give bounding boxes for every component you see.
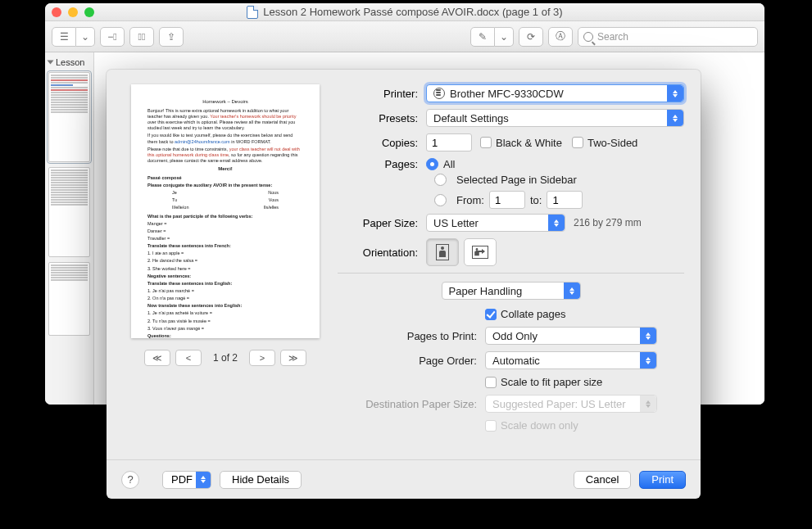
print-button[interactable]: Print xyxy=(639,471,686,489)
paper-size-label: Paper Size: xyxy=(338,217,426,229)
preview-next-button[interactable]: > xyxy=(249,350,275,366)
thumbnail-sidebar: Lesson xyxy=(45,52,94,405)
options-section-select[interactable]: Paper Handling xyxy=(442,282,581,300)
highlight-dropdown[interactable]: ⌄ xyxy=(495,27,514,47)
print-dialog: Homework – Devoirs Bonjour! This is some… xyxy=(107,70,701,499)
collate-label: Collate pages xyxy=(501,308,566,320)
bw-label: Black & White xyxy=(496,137,562,149)
chevron-updown-icon xyxy=(667,85,683,102)
paper-dimensions: 216 by 279 mm xyxy=(574,217,642,228)
page-thumbnail-3[interactable] xyxy=(48,262,90,336)
window-toolbar: ☰ ⌄ −⃝ ＋⃝ ⇪ ✎ ⌄ ⟳ Ⓐ Search xyxy=(45,21,764,52)
pages-label: Pages: xyxy=(338,158,426,170)
scale-fit-checkbox[interactable] xyxy=(485,377,497,388)
pages-all-radio[interactable] xyxy=(426,158,438,170)
print-options-form: Printer: Brother MFC-9330CDW Presets: De… xyxy=(338,84,684,459)
chevron-updown-icon xyxy=(640,396,656,412)
page-order-label: Page Order: xyxy=(338,355,485,367)
annotate-button[interactable]: Ⓐ xyxy=(548,27,573,47)
twosided-checkbox[interactable] xyxy=(572,137,583,148)
orientation-portrait-button[interactable] xyxy=(426,238,459,266)
window-title: Lesson 2 Homework Passé composé AVOIR.do… xyxy=(247,6,562,19)
print-dialog-footer: ? PDF Hide Details Cancel Print xyxy=(107,459,701,499)
preview-first-button[interactable]: ≪ xyxy=(144,350,170,366)
search-field[interactable]: Search xyxy=(578,27,758,47)
pages-to-label: to: xyxy=(530,194,542,206)
scale-fit-label: Scale to fit paper size xyxy=(501,376,602,388)
nearby-printer-icon xyxy=(433,88,445,99)
pages-to-print-label: Pages to Print: xyxy=(338,330,485,342)
paper-size-value: US Letter xyxy=(433,217,479,229)
rotate-button[interactable]: ⟳ xyxy=(519,27,543,47)
printer-label: Printer: xyxy=(338,88,426,100)
chevron-updown-icon xyxy=(564,283,580,299)
highlight-button[interactable]: ✎ xyxy=(470,27,495,47)
page-thumbnail-2[interactable] xyxy=(48,167,90,257)
section-divider xyxy=(338,273,684,274)
pages-to-print-value: Odd Only xyxy=(492,330,538,342)
preview-page-indicator: 1 of 2 xyxy=(206,352,244,364)
close-window-button[interactable] xyxy=(52,7,61,17)
sidebar-view-dropdown[interactable]: ⌄ xyxy=(76,27,95,47)
search-placeholder: Search xyxy=(597,31,628,43)
presets-value: Default Settings xyxy=(433,112,509,124)
chevron-updown-icon xyxy=(640,352,656,368)
printer-select[interactable]: Brother MFC-9330CDW xyxy=(426,84,684,102)
chevron-down-icon xyxy=(196,472,211,488)
hide-details-button[interactable]: Hide Details xyxy=(220,471,302,489)
cancel-button[interactable]: Cancel xyxy=(574,471,631,489)
printer-value: Brother MFC-9330CDW xyxy=(450,88,564,100)
bw-checkbox[interactable] xyxy=(480,137,492,148)
print-preview-page: Homework – Devoirs Bonjour! This is some… xyxy=(131,84,320,338)
document-icon xyxy=(247,6,258,19)
help-button[interactable]: ? xyxy=(121,471,139,489)
sidebar-label: Lesson xyxy=(56,57,84,67)
window-title-text: Lesson 2 Homework Passé composé AVOIR.do… xyxy=(263,6,562,18)
chevron-updown-icon xyxy=(640,328,656,344)
dest-paper-size-label: Destination Paper Size: xyxy=(338,398,485,410)
disclosure-triangle-icon xyxy=(48,61,54,65)
pages-from-label: From: xyxy=(456,194,484,206)
pages-range-radio[interactable] xyxy=(434,194,447,206)
preview-pager: ≪ < 1 of 2 > ≫ xyxy=(144,350,306,366)
pages-from-input[interactable] xyxy=(489,191,525,209)
chevron-updown-icon xyxy=(548,215,565,231)
options-section-value: Paper Handling xyxy=(449,285,523,297)
zoom-in-button[interactable]: ＋⃝ xyxy=(129,27,154,47)
dest-paper-size-value: Suggested Paper: US Letter xyxy=(492,398,626,410)
dest-paper-size-select: Suggested Paper: US Letter xyxy=(485,395,657,413)
page-thumbnail-1[interactable] xyxy=(48,72,90,162)
pages-to-print-select[interactable]: Odd Only xyxy=(485,327,657,345)
orientation-label: Orientation: xyxy=(338,246,426,259)
scale-down-label: Scale down only xyxy=(501,419,578,432)
maximize-window-button[interactable] xyxy=(84,7,94,17)
sidebar-view-button[interactable]: ☰ xyxy=(52,27,76,47)
view-mode-group: ☰ ⌄ xyxy=(52,27,95,47)
pages-all-label: All xyxy=(443,158,455,170)
paper-size-select[interactable]: US Letter xyxy=(426,214,565,232)
minimize-window-button[interactable] xyxy=(68,7,78,17)
copies-label: Copies: xyxy=(338,137,426,149)
orientation-landscape-button[interactable] xyxy=(464,238,497,266)
twosided-label: Two-Sided xyxy=(587,137,637,149)
traffic-lights xyxy=(52,7,94,17)
pdf-dropdown-button[interactable]: PDF xyxy=(162,471,211,489)
sidebar-header[interactable]: Lesson xyxy=(48,57,90,67)
pages-to-input[interactable] xyxy=(547,191,583,209)
presets-select[interactable]: Default Settings xyxy=(426,109,684,127)
landscape-icon xyxy=(472,246,488,259)
markup-group: ✎ ⌄ xyxy=(470,27,514,47)
zoom-out-button[interactable]: −⃝ xyxy=(100,27,125,47)
pages-sidebar-label: Selected Page in Sidebar xyxy=(456,174,577,186)
window-titlebar: Lesson 2 Homework Passé composé AVOIR.do… xyxy=(45,3,764,21)
pages-sidebar-radio[interactable] xyxy=(434,174,447,186)
preview-prev-button[interactable]: < xyxy=(175,350,202,366)
page-order-select[interactable]: Automatic xyxy=(485,351,657,369)
presets-label: Presets: xyxy=(338,112,426,124)
print-preview-column: Homework – Devoirs Bonjour! This is some… xyxy=(123,84,328,459)
portrait-icon xyxy=(436,244,449,260)
share-button[interactable]: ⇪ xyxy=(159,27,184,47)
copies-input[interactable] xyxy=(426,133,472,151)
preview-last-button[interactable]: ≫ xyxy=(280,350,306,366)
collate-checkbox[interactable] xyxy=(485,309,497,320)
